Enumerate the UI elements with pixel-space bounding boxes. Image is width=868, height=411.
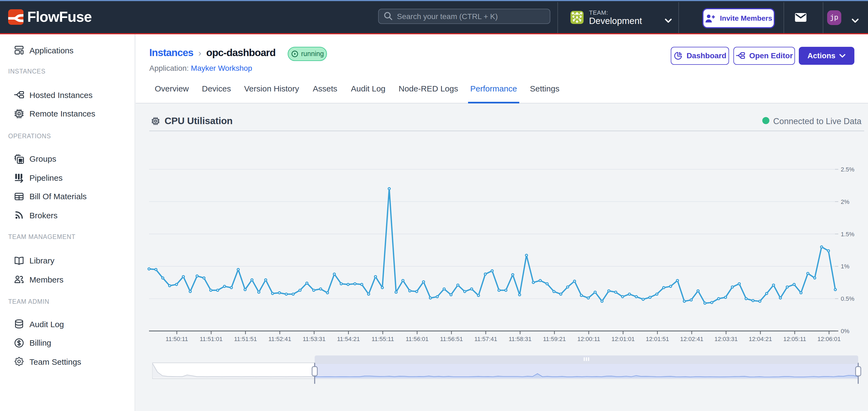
svg-text:11:55:11: 11:55:11 [372, 336, 394, 342]
svg-text:11:56:51: 11:56:51 [440, 336, 463, 342]
svg-text:11:59:21: 11:59:21 [543, 336, 566, 342]
svg-text:11:50:11: 11:50:11 [166, 336, 188, 342]
svg-text:12:02:41: 12:02:41 [680, 336, 704, 342]
svg-text:12:03:31: 12:03:31 [714, 336, 738, 342]
svg-text:11:51:51: 11:51:51 [234, 336, 257, 342]
svg-text:11:58:31: 11:58:31 [509, 336, 531, 342]
svg-text:1%: 1% [841, 263, 849, 270]
svg-text:12:01:01: 12:01:01 [611, 336, 635, 342]
svg-text:11:56:01: 11:56:01 [406, 336, 429, 342]
svg-text:11:52:41: 11:52:41 [268, 336, 291, 342]
svg-text:11:53:31: 11:53:31 [303, 336, 326, 342]
svg-text:11:54:21: 11:54:21 [337, 336, 360, 342]
svg-text:2%: 2% [841, 198, 849, 205]
svg-text:0%: 0% [841, 328, 849, 335]
svg-text:0.5%: 0.5% [841, 295, 855, 302]
svg-text:2.5%: 2.5% [841, 166, 855, 173]
svg-text:11:57:41: 11:57:41 [474, 336, 497, 342]
svg-text:11:51:01: 11:51:01 [200, 336, 223, 342]
svg-text:12:01:51: 12:01:51 [646, 336, 669, 342]
svg-text:12:05:11: 12:05:11 [783, 336, 806, 342]
svg-text:1.5%: 1.5% [841, 231, 855, 238]
svg-text:12:00:11: 12:00:11 [577, 336, 600, 342]
svg-text:12:04:21: 12:04:21 [749, 336, 772, 342]
svg-text:12:06:01: 12:06:01 [817, 336, 841, 342]
